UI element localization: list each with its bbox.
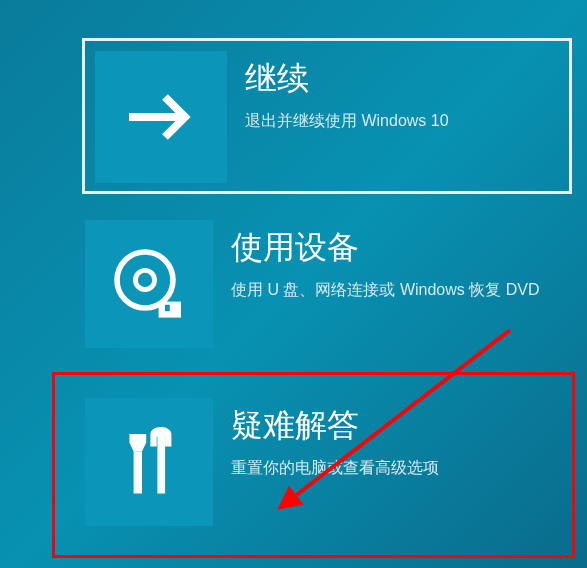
disc-icon	[85, 220, 213, 348]
troubleshoot-description: 重置你的电脑或查看高级选项	[231, 456, 575, 480]
tools-icon	[85, 398, 213, 526]
continue-description: 退出并继续使用 Windows 10	[245, 109, 569, 133]
troubleshoot-text: 疑难解答 重置你的电脑或查看高级选项	[213, 398, 575, 480]
svg-point-0	[117, 252, 173, 308]
continue-option[interactable]: 继续 退出并继续使用 Windows 10	[82, 38, 572, 194]
use-device-option[interactable]: 使用设备 使用 U 盘、网络连接或 Windows 恢复 DVD	[85, 220, 575, 350]
continue-text: 继续 退出并继续使用 Windows 10	[227, 51, 569, 133]
troubleshoot-title: 疑难解答	[231, 404, 575, 448]
svg-rect-5	[157, 434, 165, 494]
troubleshoot-option[interactable]: 疑难解答 重置你的电脑或查看高级选项	[85, 398, 575, 528]
use-device-title: 使用设备	[231, 226, 575, 270]
continue-title: 继续	[245, 57, 569, 101]
use-device-description: 使用 U 盘、网络连接或 Windows 恢复 DVD	[231, 278, 575, 302]
svg-point-1	[135, 270, 154, 289]
svg-rect-3	[165, 305, 170, 311]
arrow-right-icon	[95, 51, 227, 183]
svg-rect-4	[134, 452, 142, 494]
use-device-text: 使用设备 使用 U 盘、网络连接或 Windows 恢复 DVD	[213, 220, 575, 302]
